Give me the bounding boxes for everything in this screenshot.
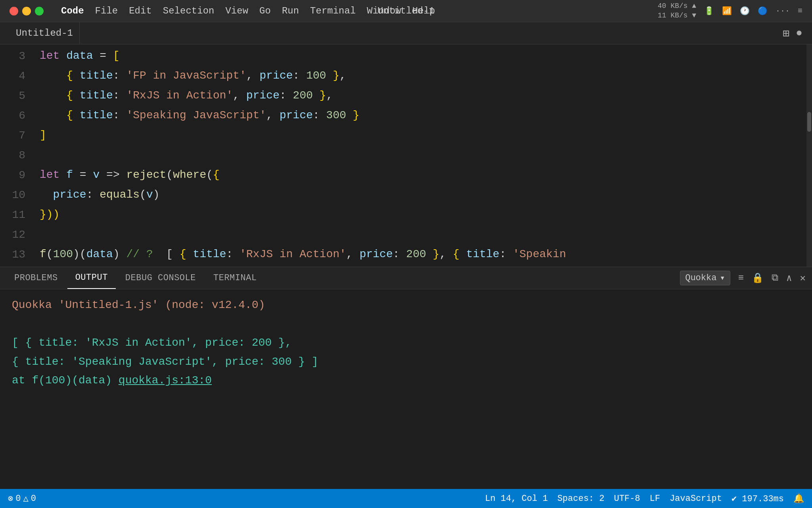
indentation[interactable]: Spaces: 2 xyxy=(557,494,605,504)
output-line-1: Quokka 'Untitled-1.js' (node: v12.4.0) xyxy=(12,296,800,315)
code-line-12 xyxy=(32,225,806,244)
output-line-3: [ { title: 'RxJS in Action', price: 200 … xyxy=(12,333,800,352)
editor-tab[interactable]: Untitled-1 xyxy=(10,22,80,44)
traffic-lights[interactable] xyxy=(10,7,44,15)
code-lines[interactable]: let data = [ { title: 'FP in JavaScript'… xyxy=(32,44,806,267)
wifi-icon: 📶 xyxy=(722,6,732,16)
menu-view[interactable]: View xyxy=(225,6,248,16)
list-icon: ≡ xyxy=(798,6,802,15)
tab-terminal[interactable]: TERMINAL xyxy=(205,267,265,289)
warning-number: 0 xyxy=(31,494,36,504)
line-ending[interactable]: LF xyxy=(649,494,660,504)
code-line-6: { title: 'Speaking JavaScript', price: 3… xyxy=(32,106,806,125)
split-editor-icon[interactable]: ⊞ xyxy=(783,27,789,40)
title-bar: Code File Edit Selection View Go Run Ter… xyxy=(0,0,812,22)
code-editor[interactable]: 3 4 5 6 7 8 9 10 11 12 13 let data = [ {… xyxy=(0,44,812,267)
tab-output[interactable]: OUTPUT xyxy=(67,267,116,289)
menu-selection[interactable]: Selection xyxy=(163,6,214,16)
cursor-position[interactable]: Ln 14, Col 1 xyxy=(485,494,548,504)
network-speed: 40 KB/s ▲11 KB/s ▼ xyxy=(658,2,696,20)
lock-icon[interactable]: 🔒 xyxy=(752,272,764,284)
code-line-3: let data = [ xyxy=(32,46,806,66)
tab-debug-console[interactable]: DEBUG CONSOLE xyxy=(117,267,204,289)
editor-scrollbar-thumb[interactable] xyxy=(807,112,811,132)
gutter: 3 4 5 6 7 8 9 10 11 12 13 xyxy=(0,44,32,267)
menu-terminal[interactable]: Terminal xyxy=(310,6,356,16)
title-bar-right: 40 KB/s ▲11 KB/s ▼ 🔋 📶 🕐 🔵 ··· ≡ xyxy=(658,2,802,20)
panel-controls: Quokka ▾ ≡ 🔒 ⧉ ∧ ✕ xyxy=(680,271,806,285)
panel: PROBLEMS OUTPUT DEBUG CONSOLE TERMINAL Q… xyxy=(0,267,812,406)
status-bar: ⊗ 0 △ 0 Ln 14, Col 1 Spaces: 2 UTF-8 LF … xyxy=(0,489,812,508)
editor-tab-bar: Untitled-1 ⊞ ● xyxy=(0,22,812,44)
clear-output-icon[interactable]: ≡ xyxy=(738,273,744,283)
timing: ✔ 197.33ms xyxy=(732,493,784,504)
error-icon: ⊗ xyxy=(8,493,13,504)
code-line-10: price: equals(v) xyxy=(32,185,806,205)
panel-output: Quokka 'Untitled-1.js' (node: v12.4.0) [… xyxy=(0,289,812,406)
close-button[interactable] xyxy=(10,7,18,15)
status-bar-right: Ln 14, Col 1 Spaces: 2 UTF-8 LF JavaScri… xyxy=(485,493,804,504)
language-mode[interactable]: JavaScript xyxy=(670,494,722,504)
warning-icon: △ xyxy=(23,493,28,504)
code-line-11: })) xyxy=(32,205,806,225)
copy-icon[interactable]: ⧉ xyxy=(772,273,778,283)
more-icon: ··· xyxy=(776,6,790,15)
editor-tab-icons: ⊞ ● xyxy=(783,27,802,40)
output-line-2 xyxy=(12,315,800,334)
notifications-icon[interactable]: 🔔 xyxy=(793,493,804,504)
finder-icon: 🔵 xyxy=(758,6,768,16)
maximize-button[interactable] xyxy=(35,7,44,15)
chevron-down-icon: ▾ xyxy=(720,273,725,283)
quokka-dropdown[interactable]: Quokka ▾ xyxy=(680,271,730,285)
quokka-label: Quokka xyxy=(685,273,716,283)
output-line-4: { title: 'Speaking JavaScript', price: 3… xyxy=(12,352,800,371)
collapse-panel-icon[interactable]: ∧ xyxy=(786,272,792,284)
tab-label: Untitled-1 xyxy=(16,28,73,38)
code-line-5: { title: 'RxJS in Action', price: 200 }, xyxy=(32,86,806,106)
window-title: Untitled-1 xyxy=(377,6,435,16)
title-bar-left: Code File Edit Selection View Go Run Ter… xyxy=(10,6,435,16)
tab-problems[interactable]: PROBLEMS xyxy=(6,267,66,289)
code-line-13: f(100)(data) // ? [ { title: 'RxJS in Ac… xyxy=(32,244,806,264)
encoding[interactable]: UTF-8 xyxy=(614,494,640,504)
app-name[interactable]: Code xyxy=(61,6,84,16)
code-line-7: ] xyxy=(32,125,806,145)
status-bar-left: ⊗ 0 △ 0 xyxy=(8,493,36,504)
menu-edit[interactable]: Edit xyxy=(129,6,152,16)
editor-scrollbar[interactable] xyxy=(806,44,812,267)
clock: 🕐 xyxy=(740,6,750,16)
output-line-5: at f(100)(data) quokka.js:13:0 xyxy=(12,371,800,390)
unsaved-dot-icon: ● xyxy=(796,27,802,39)
close-panel-icon[interactable]: ✕ xyxy=(800,272,806,284)
menu-file[interactable]: File xyxy=(95,6,118,16)
error-number: 0 xyxy=(15,494,21,504)
menu-go[interactable]: Go xyxy=(259,6,271,16)
panel-tab-list: PROBLEMS OUTPUT DEBUG CONSOLE TERMINAL xyxy=(6,267,265,289)
panel-tab-bar: PROBLEMS OUTPUT DEBUG CONSOLE TERMINAL Q… xyxy=(0,267,812,289)
minimize-button[interactable] xyxy=(22,7,31,15)
code-line-9: let f = v => reject(where({ xyxy=(32,165,806,185)
code-line-4: { title: 'FP in JavaScript', price: 100 … xyxy=(32,66,806,86)
code-line-8 xyxy=(32,145,806,165)
menu-run[interactable]: Run xyxy=(282,6,299,16)
battery-icon: 🔋 xyxy=(704,6,714,16)
error-count[interactable]: ⊗ 0 △ 0 xyxy=(8,493,36,504)
